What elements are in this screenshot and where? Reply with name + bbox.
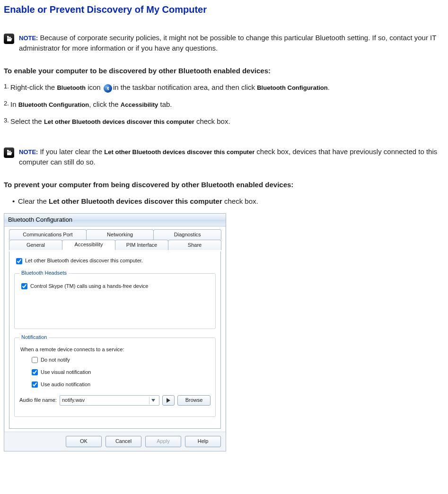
audio-file-value: notify.wav xyxy=(62,397,85,404)
chk-do-not-notify[interactable] xyxy=(32,357,38,363)
step-2-config: Bluetooth Configuration xyxy=(18,101,89,108)
chk-discover[interactable] xyxy=(16,258,22,264)
step-1-text-d: . xyxy=(328,83,330,91)
step-3-number: 3. xyxy=(4,116,10,127)
chk-visual-row[interactable]: Use visual notification xyxy=(32,369,211,376)
chk-skype-row[interactable]: Control Skype (TM) calls using a hands-f… xyxy=(21,283,211,290)
bullet-clear: • Clear the Let other Bluetooth devices … xyxy=(12,196,444,207)
note-2-text-a: If you later clear the xyxy=(40,147,104,156)
chk-visual-label: Use visual notification xyxy=(41,369,91,376)
chk-discover-row[interactable]: Let other Bluetooth devices discover thi… xyxy=(16,257,216,265)
step-3-option: Let other Bluetooth devices discover thi… xyxy=(44,118,194,125)
note-2: NOTE:If you later clear the Let other Bl… xyxy=(4,147,444,167)
step-1-text-c: in the taskbar notification area, and th… xyxy=(113,83,257,91)
note-label: NOTE: xyxy=(19,35,38,42)
tab-accessibility[interactable]: Accessibility xyxy=(62,240,115,250)
bullet-marker: • xyxy=(12,196,18,207)
note-2-option: Let other Bluetooth devices discover thi… xyxy=(104,148,255,156)
page-title: Enable or Prevent Discovery of My Comput… xyxy=(4,3,444,17)
chk-audio[interactable] xyxy=(32,381,38,388)
step-2-number: 2. xyxy=(4,99,10,110)
ok-button[interactable]: OK xyxy=(66,436,102,447)
chk-skype-label: Control Skype (TM) calls using a hands-f… xyxy=(30,283,148,290)
chk-do-not-notify-label: Do not notify xyxy=(41,356,70,364)
dialog-title: Bluetooth Configuration xyxy=(4,214,226,226)
chk-skype[interactable] xyxy=(21,283,27,289)
group-notification-legend: Notification xyxy=(19,334,49,341)
step-1: 1. Right-click the Bluetooth icon in the… xyxy=(4,82,444,93)
step-2-text-b: , click the xyxy=(89,100,121,108)
bullet-option: Let other Bluetooth devices discover thi… xyxy=(49,197,222,205)
chk-audio-row[interactable]: Use audio notification xyxy=(32,381,211,389)
bluetooth-config-dialog: Bluetooth Configuration Communications P… xyxy=(4,213,226,451)
tab-communications-port[interactable]: Communications Port xyxy=(9,229,87,240)
browse-button[interactable]: Browse xyxy=(177,395,211,406)
dialog-footer: OK Cancel Apply Help xyxy=(4,432,226,451)
chk-audio-label: Use audio notification xyxy=(41,381,90,389)
step-3-text-a: Select the xyxy=(10,117,44,125)
tab-share[interactable]: Share xyxy=(168,240,221,250)
chevron-down-icon xyxy=(149,397,157,404)
prevent-heading: To prevent your computer from being disc… xyxy=(4,180,444,190)
step-2-accessibility: Accessibility xyxy=(121,101,158,108)
step-1-text-b: icon xyxy=(86,83,103,91)
group-notification: Notification When a remote device connec… xyxy=(14,334,216,417)
chk-discover-label: Let other Bluetooth devices discover thi… xyxy=(25,257,143,265)
audio-file-combo[interactable]: notify.wav xyxy=(60,395,159,406)
help-button[interactable]: Help xyxy=(185,436,221,447)
bluetooth-icon xyxy=(104,84,112,93)
step-1-bluetooth: Bluetooth xyxy=(57,84,86,91)
note-label: NOTE: xyxy=(19,148,38,156)
cancel-button[interactable]: Cancel xyxy=(105,436,141,447)
note-1: NOTE:Because of corporate security polic… xyxy=(4,33,444,53)
step-2-text-a: In xyxy=(10,100,18,108)
group-headsets-legend: Bluetooth Headsets xyxy=(19,269,69,277)
bullet-text-a: Clear the xyxy=(18,197,49,205)
notify-text: When a remote device connects to a servi… xyxy=(20,346,211,354)
tab-diagnostics[interactable]: Diagnostics xyxy=(153,229,221,240)
enable-heading: To enable your computer to be discovered… xyxy=(4,66,444,76)
bullet-text-b: check box. xyxy=(222,197,258,205)
step-3-text-b: check box. xyxy=(194,117,230,125)
dialog-tabs: Communications Port Networking Diagnosti… xyxy=(9,229,221,252)
step-2: 2. In Bluetooth Configuration, click the… xyxy=(4,99,444,110)
step-1-number: 1. xyxy=(4,82,10,93)
play-button[interactable] xyxy=(162,395,175,406)
tab-pim-interface[interactable]: PIM Interface xyxy=(115,240,168,250)
audio-file-label: Audio file name: xyxy=(19,397,57,404)
audio-file-row: Audio file name: notify.wav Browse xyxy=(19,395,211,406)
step-3: 3. Select the Let other Bluetooth device… xyxy=(4,116,444,127)
note-icon xyxy=(4,147,14,158)
step-1-text-a: Right-click the xyxy=(10,83,57,91)
tab-general[interactable]: General xyxy=(9,240,62,250)
apply-button[interactable]: Apply xyxy=(145,436,181,447)
step-1-config: Bluetooth Configuration xyxy=(257,84,327,91)
note-icon xyxy=(4,34,14,44)
note-1-text: Because of corporate security policies, … xyxy=(19,34,436,52)
chk-do-not-notify-row[interactable]: Do not notify xyxy=(32,356,211,364)
chk-visual[interactable] xyxy=(32,369,38,375)
step-2-text-c: tab. xyxy=(158,100,172,108)
tab-networking[interactable]: Networking xyxy=(86,229,154,240)
group-headsets: Bluetooth Headsets Control Skype (TM) ca… xyxy=(14,269,216,329)
accessibility-pane: Let other Bluetooth devices discover thi… xyxy=(9,251,221,429)
